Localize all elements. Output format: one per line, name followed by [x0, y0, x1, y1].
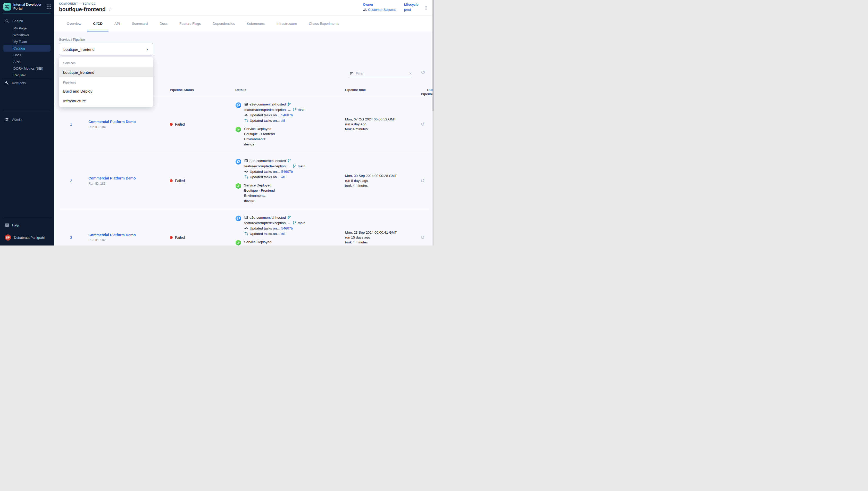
sidebar-nav: My Page Workflows My Team Catalog Docs A…	[3, 25, 51, 78]
pipeline-time-cell: Mon, 07 Oct 2024 00:00:52 GMT run a day …	[340, 117, 416, 132]
owner-block: Owner Customer Success	[363, 3, 396, 11]
scrollbar-track[interactable]	[432, 0, 434, 246]
sidebar-item-devtools[interactable]: DevTools	[0, 79, 54, 87]
failed-status-dot	[170, 236, 173, 239]
commit-link[interactable]: 54607b	[281, 170, 293, 174]
sidebar-item-search[interactable]: Search	[0, 18, 54, 24]
commit-icon	[244, 170, 248, 174]
pipeline-name-link[interactable]: Commercial Platform Demo	[88, 176, 136, 180]
owner-link[interactable]: Customer Success	[363, 8, 396, 11]
filter-bar: ×	[349, 70, 412, 77]
user-menu[interactable]: DP Debabrata Panigrahi	[0, 234, 54, 241]
failed-status-dot	[170, 179, 173, 182]
clear-filter-icon[interactable]: ×	[409, 71, 412, 76]
wrench-icon	[5, 81, 9, 85]
dropdown-option-build-and-deploy[interactable]: Build and Deploy	[59, 86, 153, 96]
arrow-icon: →	[287, 164, 291, 168]
commit-icon	[244, 226, 248, 230]
rerun-pipeline-icon[interactable]: ↺	[421, 235, 425, 240]
sidebar-item-help[interactable]: ? Help	[0, 222, 54, 229]
chevron-up-icon: ▲	[146, 48, 149, 51]
pr-link[interactable]: #8	[281, 175, 285, 179]
rerun-pipeline-icon[interactable]: ↺	[421, 121, 425, 127]
status-text: Failed	[175, 122, 185, 126]
pipeline-name-link[interactable]: Commercial Platform Demo	[88, 120, 136, 124]
filter-input[interactable]	[355, 71, 407, 76]
pull-request-icon	[244, 232, 248, 236]
dropdown-group-pipelines: Pipelines	[59, 77, 153, 86]
repo-icon	[244, 215, 248, 219]
user-name: Debabrata Panigrahi	[14, 236, 44, 239]
sidebar-item-catalog[interactable]: Catalog	[3, 45, 51, 52]
col-run-pipeline: Run Pipeline	[416, 88, 432, 96]
status-text: Failed	[175, 179, 185, 183]
service-pipeline-select[interactable]: boutique_frontend ▲	[59, 43, 153, 55]
details-cell: e2e-commercial-hosted feature/corruptede…	[230, 158, 340, 203]
entity-header: COMPONENT — SERVICE boutique-frontend ☆ …	[54, 0, 432, 16]
entity-tabs: Overview CI/CD API Scorecard Docs Featur…	[54, 16, 432, 31]
tab-infrastructure[interactable]: Infrastructure	[271, 16, 303, 31]
help-chat-icon: ?	[5, 223, 9, 227]
favorite-star-icon[interactable]: ☆	[108, 7, 112, 11]
pr-link[interactable]: #8	[281, 232, 285, 236]
refresh-icon[interactable]: ↺	[421, 69, 426, 75]
run-id: Run ID: 184	[88, 125, 165, 129]
repo-icon	[244, 103, 248, 106]
sidebar-item-dora-metrics[interactable]: DORA Metrics (SEI)	[3, 65, 51, 72]
apps-grid-icon[interactable]	[46, 4, 51, 9]
tab-scorecard[interactable]: Scorecard	[126, 16, 154, 31]
sidebar-item-register[interactable]: Register	[3, 72, 51, 78]
commit-link[interactable]: 54607b	[281, 226, 293, 230]
more-options-kebab-icon[interactable]	[424, 5, 428, 11]
repo-icon	[244, 159, 248, 163]
harness-logo-icon[interactable]	[3, 3, 11, 10]
arrow-icon: →	[287, 108, 291, 112]
cd-module-icon: ∞	[235, 240, 241, 246]
scrollbar-thumb[interactable]	[432, 0, 434, 111]
dropdown-option-boutique-frontend[interactable]: boutique_frontend	[59, 67, 153, 77]
sidebar-item-my-page[interactable]: My Page	[3, 25, 51, 31]
lifecycle-block: Lifecycle prod	[404, 3, 418, 11]
ci-module-icon	[235, 215, 242, 222]
rerun-pipeline-icon[interactable]: ↺	[421, 178, 425, 183]
sidebar-item-my-team[interactable]: My Team	[3, 38, 51, 45]
breadcrumb: COMPONENT — SERVICE	[59, 2, 96, 5]
idp-cicd-page: Internal Developer Portal Search My Page…	[0, 0, 434, 246]
git-branch-icon	[293, 221, 297, 225]
pipeline-name-link[interactable]: Commercial Platform Demo	[88, 233, 136, 237]
lifecycle-label: Lifecycle	[404, 3, 418, 6]
sidebar-item-docs[interactable]: Docs	[3, 52, 51, 58]
status-cell: Failed	[165, 235, 230, 239]
tab-dependencies[interactable]: Dependencies	[207, 16, 241, 31]
commit-link[interactable]: 54607b	[281, 113, 293, 117]
service-pipeline-dropdown: Services boutique_frontend Pipelines Bui…	[59, 57, 153, 107]
status-cell: Failed	[165, 179, 230, 183]
failed-status-dot	[170, 123, 173, 126]
row-index: 2	[70, 179, 72, 183]
col-pipeline-status: Pipeline Status	[165, 88, 230, 92]
col-details: Details	[230, 88, 340, 92]
tab-overview[interactable]: Overview	[61, 16, 87, 31]
tab-api[interactable]: API	[108, 16, 126, 31]
details-cell: e2e-commercial-hosted feature/corruptede…	[230, 215, 340, 246]
cd-module-icon: ∞	[235, 183, 241, 189]
dropdown-group-services: Services	[59, 60, 153, 67]
sidebar-item-apis[interactable]: APIs	[3, 58, 51, 65]
pr-link[interactable]: #8	[281, 119, 285, 122]
tab-kubernetes[interactable]: Kubernetes	[241, 16, 271, 31]
tab-chaos-experiments[interactable]: Chaos Experiments	[303, 16, 345, 31]
dropdown-option-infrastructure[interactable]: Infrastructure	[59, 96, 153, 106]
arrow-icon: →	[287, 221, 291, 225]
ci-module-icon	[235, 158, 242, 165]
sidebar-item-admin[interactable]: Admin	[0, 116, 54, 123]
git-branch-icon	[287, 103, 291, 106]
sidebar-item-workflows[interactable]: Workflows	[3, 31, 51, 38]
sidebar-divider	[3, 217, 51, 217]
row-index: 1	[70, 122, 72, 126]
status-text: Failed	[175, 235, 185, 239]
brand-title: Internal Developer Portal	[13, 3, 42, 10]
tab-cicd[interactable]: CI/CD	[87, 16, 108, 31]
git-branch-icon	[287, 159, 291, 163]
tab-feature-flags[interactable]: Feature Flags	[174, 16, 207, 31]
tab-docs[interactable]: Docs	[154, 16, 174, 31]
